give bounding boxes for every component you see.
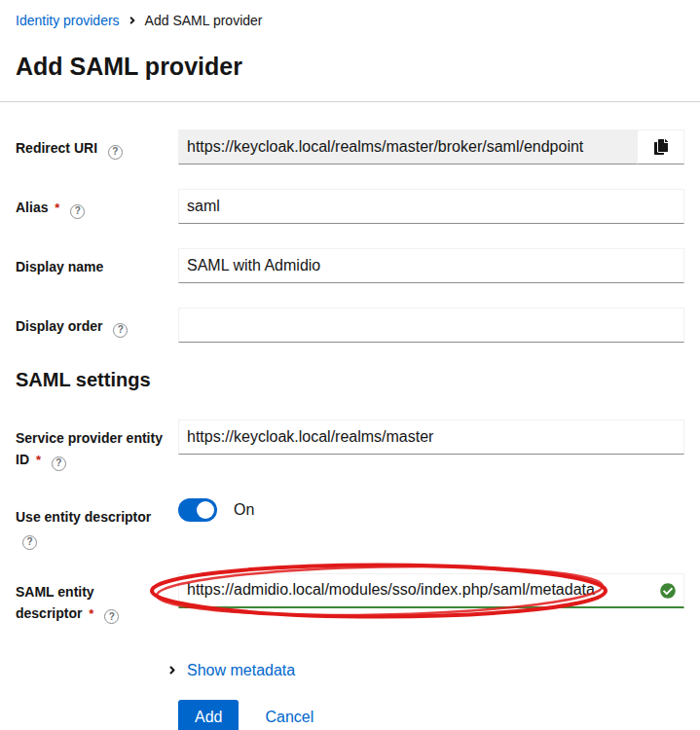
add-saml-provider-form: Redirect URI ? Alias * ?: [16, 129, 684, 730]
breadcrumb: Identity providers Add SAML provider: [16, 0, 684, 28]
breadcrumb-chevron-icon: [129, 15, 136, 26]
form-row-redirect-uri: Redirect URI ?: [16, 129, 684, 164]
form-row-display-name: Display name: [16, 248, 684, 283]
saml-entity-descriptor-input-wrap: [178, 573, 684, 608]
form-row-saml-entity-descriptor: SAML entity descriptor * ?: [16, 573, 684, 625]
redirect-uri-label: Redirect URI ?: [16, 129, 164, 160]
breadcrumb-current: Add SAML provider: [145, 13, 263, 28]
page-title: Add SAML provider: [16, 53, 684, 81]
service-provider-entity-id-input[interactable]: [178, 420, 684, 455]
copy-icon: [653, 139, 669, 155]
section-title-saml-settings: SAML settings: [16, 369, 684, 391]
form-row-actions: Add Cancel: [16, 700, 684, 730]
display-name-label-text: Display name: [16, 259, 103, 274]
use-entity-descriptor-label: Use entity descriptor ?: [16, 498, 164, 550]
required-indicator: *: [89, 606, 93, 621]
use-entity-descriptor-toggle[interactable]: [178, 498, 217, 522]
cancel-button[interactable]: Cancel: [265, 709, 313, 726]
form-row-alias: Alias * ?: [16, 189, 684, 224]
copy-button[interactable]: [638, 129, 684, 164]
form-row-use-entity-descriptor: Use entity descriptor ? On: [16, 498, 684, 550]
service-provider-entity-id-help-icon[interactable]: ?: [52, 456, 66, 471]
required-indicator: *: [55, 201, 59, 215]
form-actions: Add Cancel: [178, 700, 684, 730]
form-row-show-metadata: Show metadata: [16, 660, 684, 679]
chevron-right-icon: [168, 664, 176, 676]
saml-entity-descriptor-label-text: SAML entity descriptor: [16, 584, 94, 621]
redirect-uri-input[interactable]: [178, 129, 638, 164]
redirect-uri-help-icon[interactable]: ?: [108, 145, 123, 160]
display-order-label-text: Display order: [16, 318, 102, 334]
display-order-input[interactable]: [178, 308, 684, 343]
display-name-input[interactable]: [178, 248, 684, 283]
use-entity-descriptor-help-icon[interactable]: ?: [22, 535, 37, 550]
display-order-help-icon[interactable]: ?: [113, 323, 128, 338]
alias-label-text: Alias: [16, 200, 48, 215]
toggle-state-label: On: [234, 501, 254, 519]
alias-label: Alias * ?: [16, 189, 164, 219]
alias-input[interactable]: [178, 189, 684, 224]
display-name-label: Display name: [16, 248, 164, 277]
form-row-service-provider-entity-id: Service provider entity ID * ?: [16, 420, 684, 471]
display-order-label: Display order ?: [16, 308, 164, 338]
saml-entity-descriptor-help-icon[interactable]: ?: [104, 609, 119, 624]
required-indicator: *: [36, 453, 41, 467]
show-metadata-label: Show metadata: [187, 662, 295, 679]
use-entity-descriptor-control: On: [178, 498, 684, 522]
service-provider-entity-id-label: Service provider entity ID * ?: [16, 420, 164, 471]
alias-help-icon[interactable]: ?: [70, 204, 85, 219]
toggle-knob: [197, 501, 214, 519]
show-metadata-toggle[interactable]: Show metadata: [168, 660, 684, 679]
breadcrumb-identity-providers-link[interactable]: Identity providers: [16, 13, 120, 28]
form-row-display-order: Display order ?: [16, 308, 684, 343]
use-entity-descriptor-label-text: Use entity descriptor: [16, 509, 151, 525]
saml-entity-descriptor-label: SAML entity descriptor * ?: [16, 573, 164, 625]
add-saml-provider-page: Identity providers Add SAML provider Add…: [0, 0, 700, 730]
add-button[interactable]: Add: [178, 700, 239, 730]
saml-entity-descriptor-input[interactable]: [178, 573, 684, 608]
redirect-uri-input-group: [178, 129, 684, 164]
header-divider: [0, 101, 700, 102]
redirect-uri-label-text: Redirect URI: [16, 140, 97, 156]
